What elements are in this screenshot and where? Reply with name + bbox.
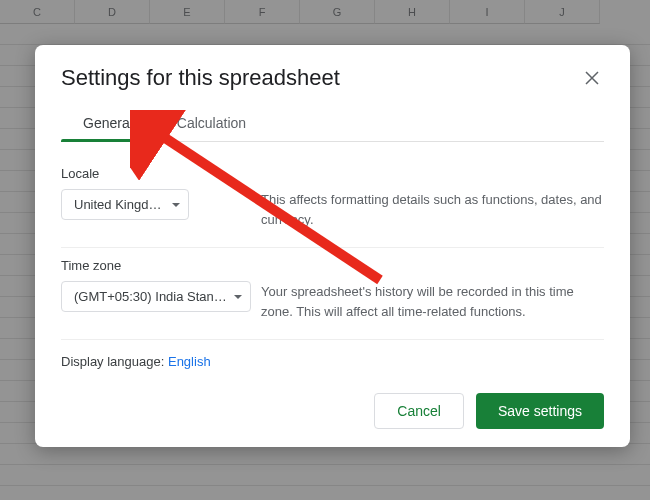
locale-description: This affects formatting details such as … — [261, 166, 604, 229]
tab-general[interactable]: General — [61, 105, 155, 141]
caret-down-icon — [172, 203, 180, 207]
locale-row: Locale United Kingdom This affects forma… — [61, 156, 604, 248]
timezone-dropdown[interactable]: (GMT+05:30) India Stand… — [61, 281, 251, 312]
caret-down-icon — [234, 295, 242, 299]
close-button[interactable] — [580, 66, 604, 90]
settings-dialog: Settings for this spreadsheet General Ca… — [35, 45, 630, 447]
cancel-button[interactable]: Cancel — [374, 393, 464, 429]
locale-label: Locale — [61, 166, 261, 181]
dialog-title: Settings for this spreadsheet — [61, 65, 340, 91]
display-language-link[interactable]: English — [168, 354, 211, 369]
display-language-label: Display language: — [61, 354, 168, 369]
display-language-row: Display language: English — [61, 340, 604, 377]
save-settings-button[interactable]: Save settings — [476, 393, 604, 429]
locale-value: United Kingdom — [74, 197, 166, 212]
tab-bar: General Calculation — [61, 105, 604, 142]
timezone-label: Time zone — [61, 258, 261, 273]
locale-dropdown[interactable]: United Kingdom — [61, 189, 189, 220]
close-icon — [585, 71, 599, 85]
tab-calculation[interactable]: Calculation — [155, 105, 268, 141]
timezone-description: Your spreadsheet's history will be recor… — [261, 258, 604, 321]
timezone-value: (GMT+05:30) India Stand… — [74, 289, 228, 304]
timezone-row: Time zone (GMT+05:30) India Stand… Your … — [61, 248, 604, 340]
